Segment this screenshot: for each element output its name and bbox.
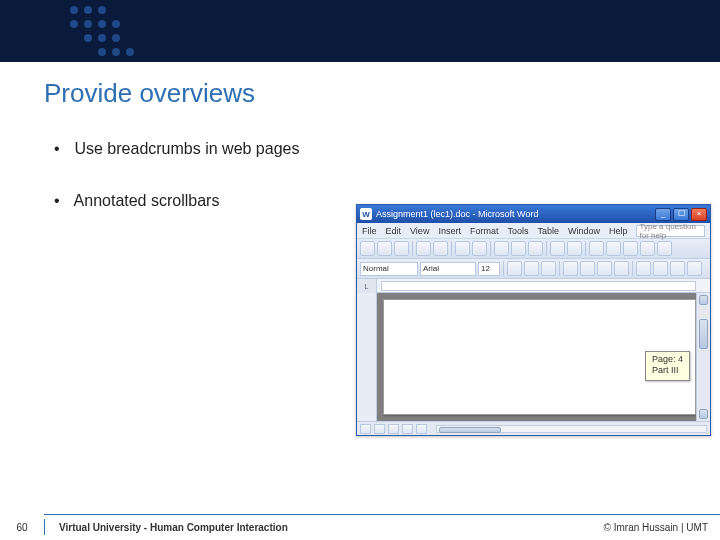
- view-reading-icon[interactable]: [416, 424, 427, 434]
- standard-toolbar: [357, 239, 710, 259]
- view-web-icon[interactable]: [374, 424, 385, 434]
- slide-content: • Use breadcrumbs in web pages • Annotat…: [54, 140, 299, 244]
- fontsize-combo[interactable]: 12: [478, 262, 500, 276]
- scroll-thumb[interactable]: [699, 319, 708, 349]
- footer-divider: [44, 514, 720, 515]
- insert-table-icon[interactable]: [623, 241, 638, 256]
- research-icon[interactable]: [472, 241, 487, 256]
- close-button[interactable]: ×: [691, 208, 707, 221]
- align-right-icon[interactable]: [597, 261, 612, 276]
- menu-edit[interactable]: Edit: [386, 226, 402, 236]
- copy-icon[interactable]: [511, 241, 526, 256]
- scroll-down-icon[interactable]: [699, 409, 708, 419]
- page-number: 60: [0, 522, 44, 533]
- underline-icon[interactable]: [541, 261, 556, 276]
- tooltip-page: Page: 4: [652, 354, 683, 365]
- spellcheck-icon[interactable]: [455, 241, 470, 256]
- cut-icon[interactable]: [494, 241, 509, 256]
- paste-icon[interactable]: [528, 241, 543, 256]
- menu-tools[interactable]: Tools: [507, 226, 528, 236]
- print-preview-icon[interactable]: [433, 241, 448, 256]
- style-combo[interactable]: Normal: [360, 262, 418, 276]
- view-normal-icon[interactable]: [360, 424, 371, 434]
- numbering-icon[interactable]: [636, 261, 651, 276]
- minimize-button[interactable]: _: [655, 208, 671, 221]
- drawing-icon[interactable]: [657, 241, 672, 256]
- view-outline-icon[interactable]: [402, 424, 413, 434]
- italic-icon[interactable]: [524, 261, 539, 276]
- menu-view[interactable]: View: [410, 226, 429, 236]
- tooltip-section: Part III: [652, 365, 683, 376]
- scroll-tooltip: Page: 4 Part III: [645, 351, 690, 381]
- document-area: Page: 4 Part III: [357, 293, 710, 421]
- print-icon[interactable]: [416, 241, 431, 256]
- formatting-toolbar: Normal Arial 12: [357, 259, 710, 279]
- bullet-item: • Use breadcrumbs in web pages: [54, 140, 299, 158]
- ruler-ticks: [381, 281, 696, 291]
- footer-separator: [44, 519, 45, 535]
- copyright: © Imran Hussain | UMT: [604, 522, 708, 533]
- top-banner: [0, 0, 720, 62]
- slide-title: Provide overviews: [44, 78, 255, 109]
- horizontal-scrollbar[interactable]: [436, 425, 707, 433]
- menu-insert[interactable]: Insert: [438, 226, 461, 236]
- help-search-box[interactable]: Type a question for help: [636, 225, 705, 237]
- menu-help[interactable]: Help: [609, 226, 628, 236]
- open-icon[interactable]: [377, 241, 392, 256]
- tab-selector[interactable]: L: [357, 279, 377, 293]
- increase-indent-icon[interactable]: [687, 261, 702, 276]
- statusbar: [357, 421, 710, 435]
- undo-icon[interactable]: [550, 241, 565, 256]
- hyperlink-icon[interactable]: [589, 241, 604, 256]
- menu-table[interactable]: Table: [537, 226, 559, 236]
- scroll-up-icon[interactable]: [699, 295, 708, 305]
- maximize-button[interactable]: ☐: [673, 208, 689, 221]
- tables-borders-icon[interactable]: [606, 241, 621, 256]
- vertical-scrollbar[interactable]: [696, 293, 710, 421]
- word-app-icon: W: [360, 208, 372, 220]
- bullet-text: Annotated scrollbars: [74, 192, 220, 209]
- view-print-icon[interactable]: [388, 424, 399, 434]
- word-window: W Assignment1 (lec1).doc - Microsoft Wor…: [356, 204, 711, 436]
- slide-footer: 60 Virtual University - Human Computer I…: [0, 514, 720, 540]
- menu-window[interactable]: Window: [568, 226, 600, 236]
- vertical-ruler[interactable]: [357, 293, 377, 421]
- new-doc-icon[interactable]: [360, 241, 375, 256]
- bullet-item: • Annotated scrollbars: [54, 192, 299, 210]
- font-combo[interactable]: Arial: [420, 262, 476, 276]
- bullets-icon[interactable]: [653, 261, 668, 276]
- save-icon[interactable]: [394, 241, 409, 256]
- titlebar: W Assignment1 (lec1).doc - Microsoft Wor…: [357, 205, 710, 223]
- menu-format[interactable]: Format: [470, 226, 499, 236]
- justify-icon[interactable]: [614, 261, 629, 276]
- align-left-icon[interactable]: [563, 261, 578, 276]
- course-title: Virtual University - Human Computer Inte…: [59, 522, 288, 533]
- dot-pattern: [68, 4, 178, 58]
- menu-file[interactable]: File: [362, 226, 377, 236]
- window-title: Assignment1 (lec1).doc - Microsoft Word: [376, 209, 655, 219]
- menubar: File Edit View Insert Format Tools Table…: [357, 223, 710, 239]
- bullet-icon: •: [54, 192, 70, 210]
- columns-icon[interactable]: [640, 241, 655, 256]
- bullet-icon: •: [54, 140, 70, 158]
- horizontal-ruler[interactable]: L: [357, 279, 710, 293]
- decrease-indent-icon[interactable]: [670, 261, 685, 276]
- bold-icon[interactable]: [507, 261, 522, 276]
- redo-icon[interactable]: [567, 241, 582, 256]
- slide: Provide overviews • Use breadcrumbs in w…: [0, 0, 720, 540]
- bullet-text: Use breadcrumbs in web pages: [74, 140, 299, 157]
- align-center-icon[interactable]: [580, 261, 595, 276]
